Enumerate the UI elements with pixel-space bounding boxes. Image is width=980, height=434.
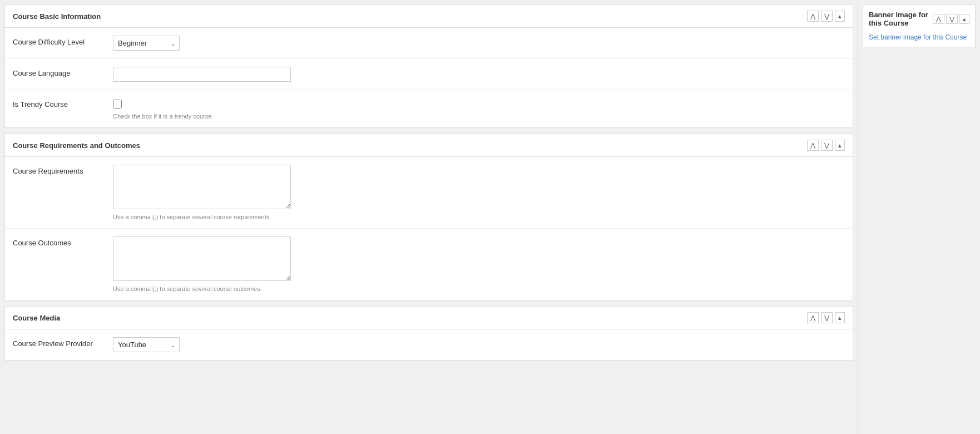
trendy-row: Is Trendy Course Check the box if it is …: [5, 90, 853, 127]
media-up-btn[interactable]: ⋀: [807, 312, 819, 323]
banner-down-btn[interactable]: ⋁: [946, 14, 958, 24]
preview-provider-row: Course Preview Provider YouTube Vimeo Ex…: [5, 329, 853, 360]
requirements-up-btn[interactable]: ⋀: [807, 140, 819, 151]
difficulty-level-label: Course Difficulty Level: [13, 36, 113, 46]
media-header: Course Media ⋀ ⋁ ▴: [5, 307, 853, 329]
banner-panel-title: Banner image for this Course: [869, 11, 933, 27]
outcomes-input-wrapper: Use a comma (,) to separate several cour…: [113, 236, 845, 292]
banner-panel-controls: ⋀ ⋁ ▴: [933, 14, 969, 24]
requirements-section: Course Requirements and Outcomes ⋀ ⋁ ▴ C…: [4, 134, 853, 300]
requirements-down-btn[interactable]: ⋁: [821, 140, 833, 151]
basic-info-up-btn[interactable]: ⋀: [807, 11, 819, 22]
media-down-btn[interactable]: ⋁: [821, 312, 833, 323]
basic-info-section: Course Basic Information ⋀ ⋁ ▴ Course Di…: [4, 4, 853, 128]
trendy-hint: Check the box if it is a trendy course: [113, 113, 845, 120]
basic-info-controls: ⋀ ⋁ ▴: [807, 11, 845, 22]
banner-expand-btn[interactable]: ▴: [959, 14, 969, 24]
outcomes-field-row: Course Outcomes Use a comma (,) to separ…: [5, 229, 853, 300]
sidebar: Banner image for this Course ⋀ ⋁ ▴ Set b…: [858, 0, 980, 434]
requirements-header: Course Requirements and Outcomes ⋀ ⋁ ▴: [5, 134, 853, 157]
requirements-label: Course Requirements: [13, 165, 113, 175]
difficulty-level-select-wrapper: Beginner Intermediate Advanced ⌄: [113, 36, 180, 51]
outcomes-hint: Use a comma (,) to separate several cour…: [113, 285, 845, 292]
basic-info-title: Course Basic Information: [13, 12, 101, 21]
language-input[interactable]: [113, 67, 291, 82]
difficulty-level-input: Beginner Intermediate Advanced ⌄: [113, 36, 845, 51]
language-label: Course Language: [13, 67, 113, 77]
banner-panel: Banner image for this Course ⋀ ⋁ ▴ Set b…: [863, 4, 976, 47]
requirements-title: Course Requirements and Outcomes: [13, 141, 140, 150]
set-banner-link[interactable]: Set banner image for this Course: [869, 33, 967, 41]
trendy-input-wrapper: Check the box if it is a trendy course: [113, 98, 845, 120]
outcomes-label: Course Outcomes: [13, 236, 113, 247]
basic-info-header: Course Basic Information ⋀ ⋁ ▴: [5, 5, 853, 28]
preview-provider-select-wrapper: YouTube Vimeo External ⌄: [113, 337, 180, 352]
requirements-controls: ⋀ ⋁ ▴: [807, 140, 845, 151]
banner-panel-header: Banner image for this Course ⋀ ⋁ ▴: [869, 11, 969, 27]
language-input-wrapper: [113, 67, 845, 82]
requirements-expand-btn[interactable]: ▴: [835, 140, 845, 151]
media-title: Course Media: [13, 314, 60, 322]
basic-info-down-btn[interactable]: ⋁: [821, 11, 833, 22]
trendy-label: Is Trendy Course: [13, 98, 113, 108]
basic-info-expand-btn[interactable]: ▴: [835, 11, 845, 22]
requirements-hint: Use a comma (,) to separate several cour…: [113, 214, 845, 220]
difficulty-level-row: Course Difficulty Level Beginner Interme…: [5, 28, 853, 59]
requirements-field-row: Course Requirements Use a comma (,) to s…: [5, 157, 853, 229]
trendy-checkbox[interactable]: [113, 100, 122, 108]
media-controls: ⋀ ⋁ ▴: [807, 312, 845, 323]
media-expand-btn[interactable]: ▴: [835, 312, 845, 323]
difficulty-level-select[interactable]: Beginner Intermediate Advanced: [113, 36, 180, 51]
language-row: Course Language: [5, 59, 853, 90]
requirements-input-wrapper: Use a comma (,) to separate several cour…: [113, 165, 845, 220]
preview-provider-input: YouTube Vimeo External ⌄: [113, 337, 845, 352]
main-content: Course Basic Information ⋀ ⋁ ▴ Course Di…: [0, 0, 858, 434]
banner-up-btn[interactable]: ⋀: [933, 14, 944, 24]
preview-provider-select[interactable]: YouTube Vimeo External: [113, 337, 180, 352]
preview-provider-label: Course Preview Provider: [13, 337, 113, 348]
outcomes-textarea[interactable]: [113, 236, 291, 281]
media-section: Course Media ⋀ ⋁ ▴ Course Preview Provid…: [4, 306, 853, 361]
requirements-textarea[interactable]: [113, 165, 291, 209]
